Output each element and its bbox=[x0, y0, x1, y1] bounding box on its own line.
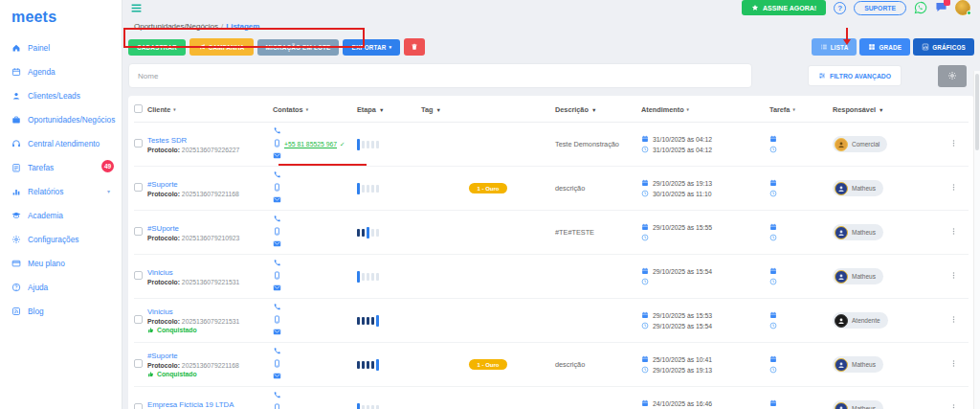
stage-progress[interactable] bbox=[357, 183, 421, 194]
column-header-contatos[interactable]: Contatos▾ bbox=[273, 105, 357, 114]
row-menu-button[interactable] bbox=[949, 139, 967, 149]
sidebar-item-relatorios[interactable]: Relatórios▾ bbox=[0, 179, 122, 203]
row-checkbox[interactable] bbox=[134, 271, 143, 280]
email-contact-button[interactable] bbox=[273, 284, 357, 294]
scrollbar-thumb[interactable] bbox=[975, 74, 979, 150]
client-name-link[interactable]: Vinicius bbox=[147, 307, 273, 316]
stage-progress[interactable] bbox=[357, 315, 421, 327]
sidebar-item-meu-plano[interactable]: Meu plano bbox=[0, 251, 122, 275]
stage-progress[interactable] bbox=[357, 403, 421, 409]
call-contact-button[interactable] bbox=[273, 215, 357, 225]
row-checkbox[interactable] bbox=[134, 227, 143, 236]
client-name-link[interactable]: #Suporte bbox=[147, 352, 273, 360]
call-contact-button[interactable] bbox=[273, 170, 357, 181]
whatsapp-icon[interactable] bbox=[914, 1, 927, 14]
migracao-em-lote-button[interactable]: MIGRAÇÃO EM LOTE bbox=[257, 39, 340, 56]
client-name-link[interactable]: Testes SDR bbox=[147, 136, 273, 145]
row-checkbox[interactable] bbox=[134, 403, 143, 409]
email-contact-button[interactable] bbox=[273, 328, 357, 338]
call-contact-button[interactable] bbox=[273, 259, 357, 269]
column-header-etapa[interactable]: Etapa▼ bbox=[357, 105, 421, 114]
view-lista-button[interactable]: LISTA bbox=[812, 38, 858, 56]
stage-bar bbox=[371, 405, 374, 409]
sidebar-item-academia[interactable]: Academia bbox=[0, 203, 122, 227]
client-name-link[interactable]: Empresa Fictícia 19 LTDA bbox=[147, 400, 273, 409]
sidebar-item-tarefas[interactable]: Tarefas49 bbox=[0, 155, 122, 179]
view-graficos-button[interactable]: GRÁFICOS bbox=[913, 38, 974, 56]
mobile-contact-button[interactable] bbox=[273, 227, 281, 238]
column-header-tag[interactable]: Tag▼ bbox=[421, 105, 555, 114]
mobile-contact-button[interactable] bbox=[273, 183, 281, 193]
cadastrar-button[interactable]: CADASTRAR bbox=[128, 39, 186, 56]
task-cell[interactable] bbox=[769, 267, 833, 285]
menu-icon[interactable] bbox=[130, 2, 143, 14]
column-header-responsavel[interactable]: Responsável▼ bbox=[833, 105, 949, 114]
mobile-contact-button[interactable] bbox=[273, 359, 281, 370]
row-checkbox[interactable] bbox=[134, 183, 143, 192]
sidebar-item-configuracoes[interactable]: Configurações bbox=[0, 227, 122, 251]
help-icon[interactable]: ? bbox=[834, 2, 846, 14]
sidebar-item-clientes-leads[interactable]: Clientes/Leads bbox=[0, 83, 122, 107]
email-contact-button[interactable] bbox=[273, 372, 357, 382]
whatsapp-number-link[interactable]: +55 81 85525 967 bbox=[284, 141, 337, 148]
scrollbar[interactable] bbox=[973, 71, 980, 409]
suporte-button[interactable]: SUPORTE bbox=[854, 1, 906, 15]
task-cell[interactable] bbox=[769, 311, 833, 329]
row-menu-button[interactable] bbox=[949, 359, 967, 370]
stage-progress[interactable] bbox=[357, 359, 421, 371]
sidebar-item-oportunidades-negocios[interactable]: Oportunidades/Negócios bbox=[0, 107, 122, 131]
row-checkbox[interactable] bbox=[134, 359, 143, 368]
filtro-avancado-button[interactable]: FILTRO AVANÇADO bbox=[808, 65, 902, 86]
column-header-atendimento[interactable]: Atendimento▾ bbox=[641, 105, 769, 114]
row-menu-button[interactable] bbox=[949, 183, 967, 193]
row-menu-button[interactable] bbox=[949, 403, 967, 409]
assine-agora-button[interactable]: ASSINE AGORA! bbox=[742, 0, 826, 15]
sidebar-item-painel[interactable]: Painel bbox=[0, 35, 122, 59]
stage-progress[interactable] bbox=[357, 139, 421, 150]
sidebar-item-blog[interactable]: Blog bbox=[0, 299, 122, 323]
row-checkbox[interactable] bbox=[134, 315, 143, 324]
stage-progress[interactable] bbox=[357, 271, 421, 283]
sidebar-item-central-atendimento[interactable]: Central Atendimento bbox=[0, 131, 122, 155]
email-contact-button[interactable] bbox=[273, 151, 357, 162]
column-header-cliente[interactable]: Cliente▾ bbox=[147, 105, 273, 114]
mobile-contact-button[interactable] bbox=[273, 403, 281, 409]
campanha-button[interactable]: CAMPANHA bbox=[189, 38, 254, 56]
task-cell[interactable] bbox=[769, 223, 833, 241]
task-cell[interactable] bbox=[769, 135, 833, 153]
client-name-link[interactable]: #SUporte bbox=[147, 224, 273, 233]
breadcrumb-parent[interactable]: Oportunidades/Negócios bbox=[134, 22, 218, 31]
row-menu-button[interactable] bbox=[949, 227, 967, 238]
column-header-tarefa[interactable]: Tarefa▾ bbox=[769, 105, 833, 114]
breadcrumb-current[interactable]: Listagem bbox=[226, 22, 259, 31]
mobile-contact-button[interactable] bbox=[273, 271, 281, 282]
client-name-link[interactable]: #Suporte bbox=[147, 180, 273, 189]
call-contact-button[interactable] bbox=[273, 126, 357, 137]
delete-button[interactable] bbox=[404, 38, 425, 56]
client-name-link[interactable]: Vinicius bbox=[147, 268, 273, 277]
sidebar-item-ajuda[interactable]: Ajuda bbox=[0, 275, 122, 299]
stage-progress[interactable] bbox=[357, 227, 421, 239]
row-menu-button[interactable] bbox=[949, 271, 967, 282]
call-contact-button[interactable] bbox=[273, 347, 357, 357]
row-checkbox[interactable] bbox=[134, 139, 143, 148]
search-input[interactable] bbox=[128, 63, 752, 88]
select-all-checkbox[interactable] bbox=[134, 104, 143, 113]
email-contact-button[interactable] bbox=[273, 195, 357, 206]
email-contact-button[interactable] bbox=[273, 239, 357, 250]
mobile-contact-button[interactable] bbox=[273, 139, 281, 149]
mobile-contact-button[interactable] bbox=[273, 315, 281, 326]
task-cell[interactable] bbox=[769, 399, 833, 409]
call-contact-button[interactable] bbox=[273, 303, 357, 313]
notifications-button[interactable] bbox=[935, 1, 947, 15]
table-settings-button[interactable] bbox=[938, 65, 967, 87]
task-cell[interactable] bbox=[769, 355, 833, 374]
call-contact-button[interactable] bbox=[273, 391, 357, 401]
exportar-button[interactable]: EXPORTAR▾ bbox=[343, 39, 400, 56]
view-grade-button[interactable]: GRADE bbox=[859, 38, 910, 56]
sidebar-item-agenda[interactable]: Agenda bbox=[0, 59, 122, 83]
user-avatar[interactable] bbox=[955, 0, 970, 15]
task-cell[interactable] bbox=[769, 179, 833, 197]
row-menu-button[interactable] bbox=[949, 315, 967, 326]
column-header-descricao[interactable]: Descrição▼ bbox=[555, 105, 641, 114]
